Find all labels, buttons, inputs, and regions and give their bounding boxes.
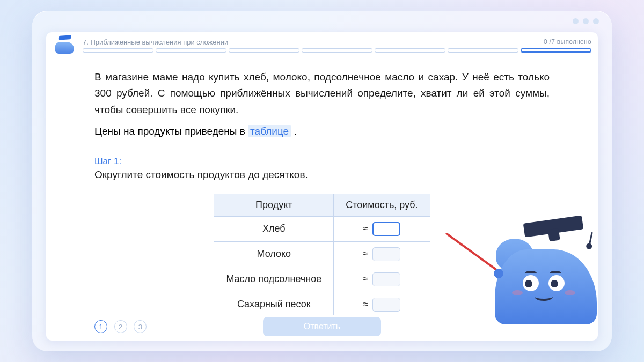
progress-segment[interactable]: [229, 48, 299, 53]
footer: 1–2–3 Ответить: [46, 315, 598, 341]
window-controls: [573, 18, 599, 24]
answer-button[interactable]: Ответить: [263, 317, 381, 336]
progress-segment[interactable]: [375, 48, 445, 53]
approx-icon: ≈: [363, 274, 368, 285]
window-dot: [593, 18, 599, 24]
progress-segments: [83, 48, 591, 53]
table-row: Хлеб≈: [214, 216, 430, 241]
cost-cell: ≈: [334, 216, 430, 241]
products-table: Продукт Стоимость, руб. Хлеб≈Молоко≈Масл…: [214, 194, 430, 315]
problem-text: В магазине маме надо купить хлеб, молоко…: [94, 69, 550, 118]
pager-dash: –: [109, 323, 113, 330]
step-text: Округлите стоимость продуктов до десятко…: [94, 169, 550, 181]
table-link[interactable]: таблице: [248, 125, 291, 137]
approx-icon: ≈: [363, 299, 368, 310]
header: 7. Приближенные вычисления при сложении …: [46, 32, 598, 56]
step-pager: 1–2–3: [94, 320, 147, 333]
main-panel: 7. Приближенные вычисления при сложении …: [46, 32, 598, 341]
lesson-title: 7. Приближенные вычисления при сложении: [83, 38, 228, 46]
logo-icon: [53, 36, 76, 54]
table-row: Масло подсолнечное≈: [214, 267, 430, 292]
step-label: Шаг 1:: [94, 156, 550, 167]
approx-icon: ≈: [363, 248, 368, 260]
cost-cell: ≈: [334, 241, 430, 267]
cost-input[interactable]: [372, 222, 400, 236]
pager-step[interactable]: 3: [134, 320, 147, 333]
progress-segment[interactable]: [521, 48, 591, 53]
col-product: Продукт: [214, 194, 334, 216]
cost-cell: ≈: [334, 292, 430, 315]
window-dot: [583, 18, 589, 24]
cost-cell: ≈: [334, 267, 430, 292]
pager-step[interactable]: 1: [94, 320, 107, 333]
col-cost: Стоимость, руб.: [334, 194, 430, 216]
problem-text-2-suffix: .: [291, 125, 297, 137]
table-row: Молоко≈: [214, 241, 430, 267]
cost-input[interactable]: [372, 247, 400, 261]
cost-input[interactable]: [372, 272, 400, 286]
progress-segment[interactable]: [448, 48, 518, 53]
progress-segment[interactable]: [83, 48, 153, 53]
product-name: Сахарный песок: [214, 292, 334, 315]
content-area: ‹ В магазине маме надо купить хлеб, моло…: [46, 56, 598, 315]
progress-segment[interactable]: [156, 48, 226, 53]
product-name: Масло подсолнечное: [214, 267, 334, 292]
window-dot: [573, 18, 579, 24]
pager-dash: –: [129, 323, 133, 330]
table-row: Сахарный песок≈: [214, 292, 430, 315]
problem-text-2: Цены на продукты приведены в таблице .: [94, 123, 550, 139]
tablet-frame: 7. Приближенные вычисления при сложении …: [32, 11, 612, 351]
progress-text: 0 /7 выполнено: [544, 38, 591, 46]
product-name: Хлеб: [214, 216, 334, 241]
problem-text-2-prefix: Цены на продукты приведены в: [94, 125, 248, 137]
pager-step[interactable]: 2: [114, 320, 127, 333]
product-name: Молоко: [214, 241, 334, 267]
approx-icon: ≈: [363, 223, 368, 234]
cost-input[interactable]: [372, 298, 400, 312]
progress-segment[interactable]: [302, 48, 372, 53]
